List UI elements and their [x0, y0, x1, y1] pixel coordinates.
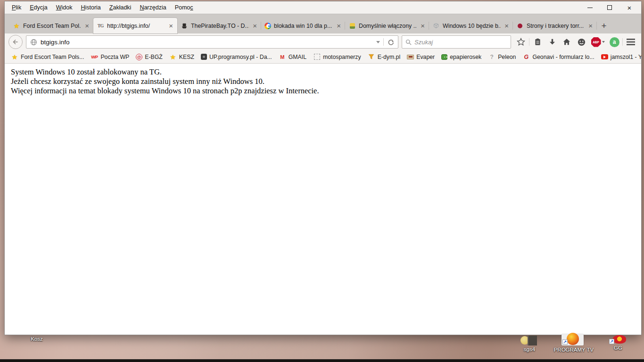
search-icon: [405, 39, 412, 45]
bookmark-item[interactable]: WPPoczta WP: [87, 53, 132, 61]
camera-icon: [201, 54, 207, 60]
programy-tv-desktop-icon[interactable]: ↗: [561, 334, 584, 346]
bookmark-item[interactable]: MGMAIL: [275, 53, 310, 61]
bookmark-item[interactable]: E-dym.pl: [364, 53, 404, 61]
minimize-button[interactable]: [580, 1, 600, 14]
tab-close-icon[interactable]: ×: [336, 22, 342, 29]
shortcut-arrow-icon: ↗: [609, 339, 614, 344]
bookmark-item[interactable]: ?Peleon: [485, 53, 519, 61]
back-arrow-icon: [11, 38, 20, 46]
new-tab-button[interactable]: +: [597, 19, 611, 33]
browser-window: PlikEdycjaWidokHistoriaZakładkiNarzędzia…: [5, 1, 641, 335]
green-icon: [441, 54, 447, 60]
bookmark-item[interactable]: @E-BGŻ: [132, 54, 166, 60]
youtube-icon: [601, 54, 608, 59]
tab-5[interactable]: Domyślnie włączony ...×: [345, 18, 429, 33]
menu-item-plik[interactable]: Plik: [8, 2, 25, 13]
tab-title: Windows 10 będzie b...: [443, 23, 501, 29]
shortcut-arrow-icon: ↗: [562, 339, 568, 345]
close-button[interactable]: ×: [619, 1, 639, 14]
search-input[interactable]: [414, 39, 507, 46]
tab-close-icon[interactable]: ×: [252, 22, 258, 29]
menu-item-historia[interactable]: Historia: [76, 2, 105, 13]
bookmarks-container: ★Ford Escort Team Pols...WPPoczta WP@E-B…: [8, 53, 641, 61]
bookmark-item[interactable]: Evaper: [404, 54, 438, 60]
url-bar[interactable]: btgigs.info: [26, 35, 398, 49]
bookmark-label: epapierosek: [450, 54, 481, 60]
tab-4[interactable]: blokada win 10 dla p...×: [261, 18, 345, 33]
smiley-extension-button[interactable]: [575, 35, 588, 49]
bookmark-item[interactable]: ★Ford Escort Team Pols...: [8, 53, 87, 61]
menu-item-pomoc[interactable]: Pomoc: [171, 2, 198, 13]
menu-item-narzędzia[interactable]: Narzędzia: [135, 2, 170, 13]
bookmark-item[interactable]: epapierosek: [438, 54, 485, 60]
gg-icon: [613, 335, 626, 344]
tab-close-icon[interactable]: ×: [587, 22, 594, 29]
clipboard-icon: [534, 38, 542, 46]
bookmark-label: motospamerzy: [323, 54, 361, 60]
bookmarks-toolbar: ★Ford Escort Team Pols...WPPoczta WP@E-B…: [5, 50, 641, 64]
tab-close-icon[interactable]: ×: [504, 22, 510, 29]
bookmark-star-button[interactable]: [514, 35, 528, 49]
evaper-icon: [407, 55, 414, 59]
menu-button[interactable]: [624, 35, 637, 49]
page-text-line: Więcej informacji na temat blokady syste…: [11, 86, 641, 96]
home-button[interactable]: [560, 35, 573, 49]
bookmark-label: Evaper: [416, 54, 435, 60]
menu-item-edycja[interactable]: Edycja: [25, 2, 52, 13]
yellow-icon: [348, 22, 356, 30]
hamburger-icon: [627, 39, 635, 45]
tab-7[interactable]: Strony i trackery torr...×: [513, 18, 597, 33]
maximize-button[interactable]: [600, 1, 619, 14]
smiley-icon: [577, 38, 586, 47]
navigation-toolbar: btgigs.info: [5, 33, 641, 50]
globe-icon: [30, 39, 37, 46]
adblock-plus-button[interactable]: ABP: [589, 35, 606, 49]
search-bar[interactable]: [402, 35, 511, 49]
toolbar-buttons: ABP a: [514, 35, 637, 49]
star-icon: ★: [11, 53, 18, 61]
bookmark-item[interactable]: UP.programosy.pl - Da...: [198, 54, 275, 60]
tab-3[interactable]: ThePirateBay.TO - D...×: [177, 18, 261, 33]
bookmark-label: E-dym.pl: [378, 54, 401, 60]
tab-close-icon[interactable]: ×: [84, 22, 90, 29]
url-dropdown-icon[interactable]: [376, 41, 380, 43]
bookmark-label: E-BGŻ: [145, 54, 163, 60]
bookmark-label: GMAIL: [289, 54, 306, 60]
menu-item-widok[interactable]: Widok: [52, 2, 77, 13]
tab-6[interactable]: Windows 10 będzie b...×: [429, 18, 513, 33]
bookmark-item[interactable]: jamszol1 - YouTube: [598, 54, 641, 60]
sgs4-desktop-icon[interactable]: [520, 336, 538, 346]
gg-desktop-icon[interactable]: ↗: [611, 335, 627, 344]
bookmark-label: Ford Escort Team Pols...: [21, 54, 84, 60]
tab-close-icon[interactable]: ×: [420, 22, 426, 29]
back-button[interactable]: [8, 35, 23, 49]
taskbar-edge-strip[interactable]: [0, 359, 644, 362]
bookmark-label: Poczta WP: [100, 54, 129, 60]
tabs-container: ★Ford Escort Team Pol...×TGhttp://btgigs…: [9, 18, 597, 33]
tab-2[interactable]: TGhttp://btgigs.info/×: [93, 18, 177, 33]
bookmark-item[interactable]: GGeonavi - formularz lo...: [519, 53, 597, 61]
downloads-button[interactable]: [545, 35, 559, 49]
recycle-bin-label[interactable]: Kosz: [27, 336, 46, 342]
tab-title: Domyślnie włączony ...: [359, 23, 417, 29]
window-controls: ×: [580, 1, 639, 14]
tab-1[interactable]: ★Ford Escort Team Pol...×: [9, 18, 93, 33]
bookmarks-menu-button[interactable]: [531, 35, 544, 49]
tab-close-icon[interactable]: ×: [168, 22, 174, 29]
page-text-line: Jeżeli chcesz korzystać ze swojego konta…: [11, 77, 641, 86]
programy-tv-label[interactable]: PROGRAMY TV: [549, 347, 598, 353]
bookmark-item[interactable]: motospamerzy: [310, 53, 364, 61]
at-icon: @: [136, 54, 142, 60]
bookmark-label: KESZ: [179, 54, 194, 60]
geonavi-icon: G: [522, 53, 530, 61]
sgs4-label[interactable]: sgs4: [519, 346, 540, 352]
desktop: { "menu_bar": { "items": [ {"label": "Pl…: [0, 0, 644, 362]
reload-icon[interactable]: [387, 39, 394, 46]
menu-item-zakładki[interactable]: Zakładki: [105, 2, 136, 13]
home-icon: [562, 38, 571, 46]
gg-label[interactable]: GG: [610, 345, 627, 351]
bookmark-item[interactable]: ★KESZ: [166, 53, 198, 61]
star-outline-icon: [517, 38, 525, 46]
green-extension-button[interactable]: a: [608, 35, 621, 49]
